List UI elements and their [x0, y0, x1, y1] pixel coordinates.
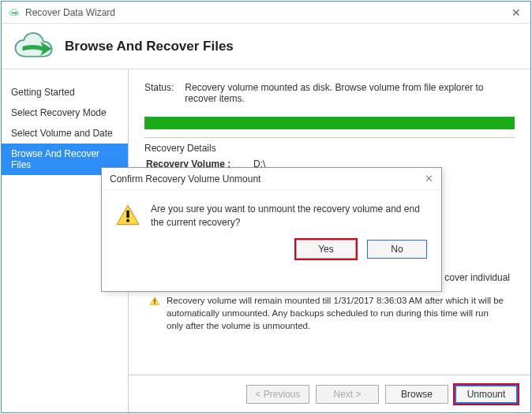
no-button[interactable]: No [367, 240, 427, 259]
dialog-message: Are you sure you want to unmount the rec… [151, 203, 427, 230]
status-row: Status: Recovery volume mounted as disk.… [144, 82, 515, 104]
mount-warning: Recovery volume will remain mounted till… [144, 291, 515, 340]
titlebar: Recover Data Wizard ✕ [2, 2, 530, 24]
cloud-logo-icon [11, 31, 57, 62]
status-label: Status: [144, 82, 174, 104]
status-text: Recovery volume mounted as disk. Browse … [185, 82, 515, 104]
dialog-footer: Yes No [102, 235, 441, 267]
close-icon[interactable]: ✕ [508, 6, 524, 19]
footer: < Previous Next > Browse Unmount [129, 375, 530, 412]
svg-rect-0 [154, 299, 155, 302]
svg-rect-3 [126, 219, 129, 222]
dialog-body: Are you sure you want to unmount the rec… [102, 190, 441, 235]
unmount-button[interactable]: Unmount [455, 385, 518, 404]
svg-rect-2 [126, 211, 129, 218]
sidebar-item-volume-date[interactable]: Select Volume and Date [2, 123, 128, 144]
dialog-title: Confirm Recovery Volume Unmount [110, 173, 260, 185]
details-title: Recovery Details [144, 143, 515, 154]
warning-text: Recovery volume will remain mounted till… [167, 294, 507, 332]
recovery-details: Recovery Details Recovery Volume : D:\ [144, 137, 515, 170]
yes-button[interactable]: Yes [296, 240, 356, 259]
warning-icon [116, 204, 140, 226]
sidebar-item-getting-started[interactable]: Getting Started [2, 82, 128, 103]
previous-button: < Previous [246, 385, 309, 404]
svg-rect-1 [154, 303, 155, 304]
warning-icon [149, 296, 160, 306]
wizard-window: Recover Data Wizard ✕ Browse And Recover… [1, 1, 531, 413]
header: Browse And Recover Files [2, 24, 530, 69]
confirm-unmount-dialog: Confirm Recovery Volume Unmount ✕ Are yo… [101, 167, 442, 292]
progress-bar [144, 117, 515, 129]
dialog-titlebar: Confirm Recovery Volume Unmount ✕ [102, 168, 441, 190]
browse-button[interactable]: Browse [385, 385, 448, 404]
sidebar-item-recovery-mode[interactable]: Select Recovery Mode [2, 103, 128, 123]
page-title: Browse And Recover Files [65, 39, 234, 54]
next-button: Next > [316, 385, 379, 404]
cloud-icon [8, 7, 21, 18]
dialog-close-icon[interactable]: ✕ [425, 173, 433, 185]
window-title: Recover Data Wizard [25, 7, 508, 18]
